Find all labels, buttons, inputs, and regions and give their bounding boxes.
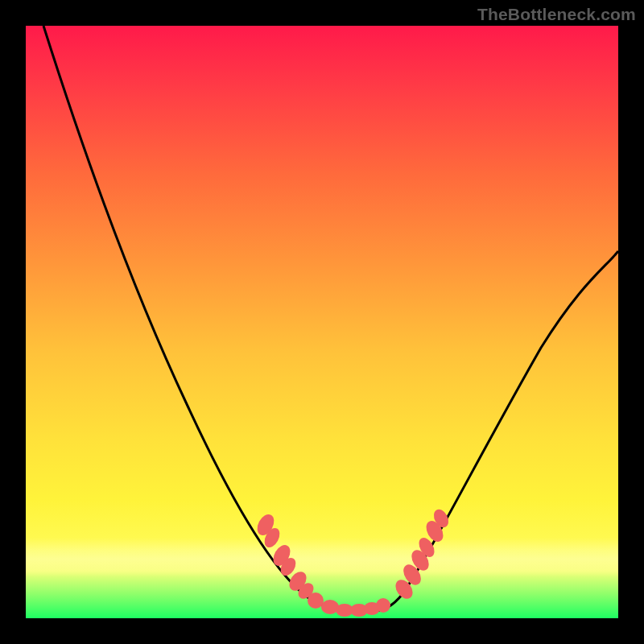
curve-left bbox=[43, 26, 348, 612]
curve-svg bbox=[26, 26, 618, 618]
svg-point-6 bbox=[308, 592, 324, 609]
plot-area bbox=[26, 26, 618, 618]
watermark-text: TheBottleneck.com bbox=[477, 5, 636, 24]
highlight-dots-right bbox=[392, 507, 452, 602]
svg-point-11 bbox=[376, 598, 390, 613]
chart-frame: TheBottleneck.com bbox=[0, 0, 644, 644]
curve-right bbox=[372, 251, 618, 612]
